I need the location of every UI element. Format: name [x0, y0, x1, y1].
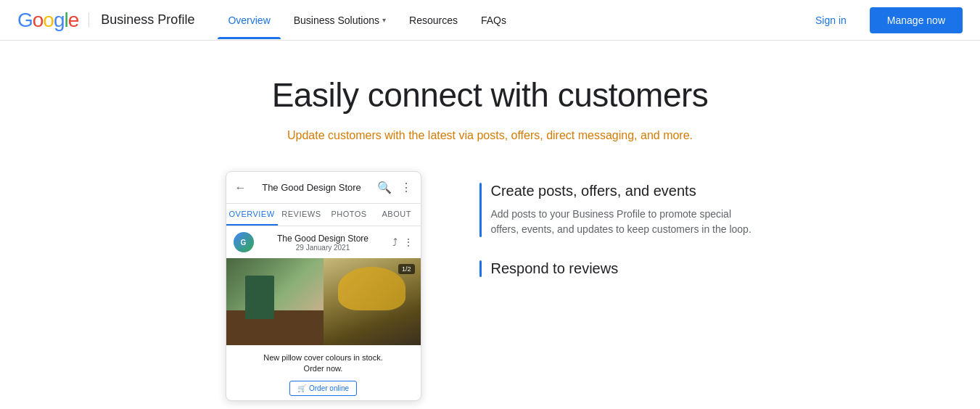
phone-store-info: The Good Design Store 29 January 2021: [260, 234, 387, 252]
phone-header-icons: 🔍 ⋮: [377, 181, 412, 194]
hero-title: Easily connect with customers: [17, 75, 963, 115]
header: Google Business Profile Overview Busines…: [0, 0, 980, 41]
logo-letter-g: G: [17, 9, 33, 32]
phone-store-name: The Good Design Store: [260, 234, 387, 244]
share-icon[interactable]: ⤴: [392, 236, 398, 248]
feature-posts-title: Create posts, offers, and events: [491, 183, 755, 199]
google-logo: Google: [17, 9, 78, 32]
phone-images: 1/2: [226, 258, 421, 345]
nav-item-resources[interactable]: Resources: [399, 1, 468, 39]
logo-letter-g2: g: [54, 9, 65, 32]
content-section: ← The Good Design Store 🔍 ⋮ OVERVIEW REV…: [91, 171, 889, 401]
phone-tab-about[interactable]: ABOUT: [373, 204, 421, 226]
feature-reviews-title: Respond to reviews: [491, 260, 755, 277]
feature-reviews: Respond to reviews: [479, 260, 755, 277]
avatar: G: [234, 232, 254, 252]
hero-subtitle: Update customers with the latest via pos…: [17, 129, 963, 142]
manage-now-button[interactable]: Manage now: [870, 7, 963, 33]
logo-letter-e: e: [68, 9, 79, 32]
sign-in-button[interactable]: Sign in: [804, 9, 858, 32]
chevron-down-icon: ▾: [382, 16, 386, 24]
phone-post-date: 29 January 2021: [260, 244, 387, 252]
cart-icon: 🛒: [297, 384, 306, 392]
nav-item-faqs[interactable]: FAQs: [471, 1, 516, 39]
phone-tabs: OVERVIEW REVIEWS PHOTOS ABOUT: [226, 204, 421, 226]
image-badge: 1/2: [398, 264, 415, 274]
logo-group: Google Business Profile: [17, 9, 194, 32]
logo-letter-o2: o: [43, 9, 54, 32]
feature-divider-reviews: [479, 260, 482, 277]
feature-reviews-content: Respond to reviews: [491, 260, 755, 277]
phone-description: New pillow cover colours in stock. Order…: [234, 352, 413, 375]
phone-image-left: [226, 258, 324, 345]
feature-posts-desc: Add posts to your Business Profile to pr…: [491, 207, 755, 237]
feature-posts-content: Create posts, offers, and events Add pos…: [491, 183, 755, 237]
header-actions: Sign in Manage now: [804, 7, 963, 33]
phone-post-content: New pillow cover colours in stock. Order…: [226, 345, 421, 400]
business-profile-label: Business Profile: [88, 12, 194, 28]
phone-image-right: 1/2: [324, 258, 421, 345]
feature-posts: Create posts, offers, and events Add pos…: [479, 183, 755, 237]
main-content: Easily connect with customers Update cus…: [0, 41, 980, 409]
phone-tab-reviews[interactable]: REVIEWS: [278, 204, 326, 226]
phone-post-header: G The Good Design Store 29 January 2021 …: [226, 226, 421, 258]
more-options-icon[interactable]: ⋮: [400, 181, 412, 194]
right-panel: Create posts, offers, and events Add pos…: [479, 171, 755, 277]
back-arrow-icon[interactable]: ←: [235, 181, 247, 194]
search-icon[interactable]: 🔍: [377, 181, 392, 194]
nav-item-business-solutions[interactable]: Business Solutions ▾: [284, 1, 396, 39]
logo-letter-o1: o: [33, 9, 44, 32]
phone-header: ← The Good Design Store 🔍 ⋮: [226, 172, 421, 204]
nav-item-overview[interactable]: Overview: [218, 1, 280, 39]
phone-search-query: The Good Design Store: [252, 182, 371, 193]
feature-divider-posts: [479, 183, 482, 237]
main-nav: Overview Business Solutions ▾ Resources …: [218, 1, 804, 39]
phone-mockup: ← The Good Design Store 🔍 ⋮ OVERVIEW REV…: [226, 171, 421, 401]
phone-tab-photos[interactable]: PHOTOS: [325, 204, 373, 226]
phone-cta-button[interactable]: 🛒 Order online: [289, 381, 357, 396]
phone-post-actions: ⤴ ⋮: [392, 236, 413, 248]
phone-tab-overview[interactable]: OVERVIEW: [226, 204, 278, 226]
post-more-icon[interactable]: ⋮: [403, 236, 413, 248]
